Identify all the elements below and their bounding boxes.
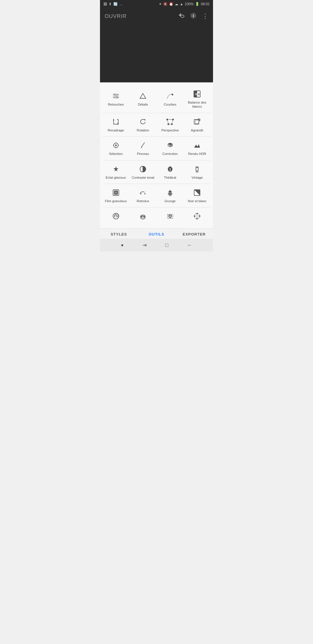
eclat-glamour-icon [112,164,120,174]
tool-face[interactable] [130,207,157,227]
pinceau-icon [139,141,147,150]
tools-row-6 [100,207,213,228]
more-options-icon[interactable]: ⋮ [202,12,208,20]
svg-point-78 [194,216,195,217]
top-bar-actions: i ⋮ [178,12,208,21]
undo-icon[interactable] [178,12,185,21]
tool-correction[interactable]: Correction [156,137,184,160]
svg-point-50 [144,193,145,194]
status-bar: 🖼 ⬆ 🔄 … ✦ 🔇 ⏰ ☁ ▲ 100% 🔋 08:02 [100,0,213,8]
agrandir-icon [193,117,201,126]
tool-dots-circle[interactable] [184,207,211,227]
tool-contraste-tonal[interactable]: Contraste tonal [130,160,157,184]
time: 08:02 [201,2,210,6]
tool-details[interactable]: Détails [130,85,157,113]
battery-icon: 🔋 [195,2,199,6]
more-icon: … [119,2,123,6]
tools-panel: Retouches Détails Courbes [100,82,213,228]
bottom-nav: STYLES OUTILS EXPORTER [100,228,213,239]
svg-point-75 [196,215,198,217]
svg-rect-20 [195,120,199,124]
bluetooth-icon: ✦ [159,2,162,6]
film-granuleux-label: Film granuleux [105,199,127,203]
info-icon[interactable]: i [190,12,197,21]
svg-line-28 [142,142,145,146]
alarm-icon: ⏰ [169,2,173,6]
noir-blanc-label: Noir et blanc [188,199,207,203]
svg-point-79 [199,216,200,217]
tool-theatrical[interactable]: Théâtral [156,160,184,184]
svg-point-73 [171,216,171,216]
svg-marker-9 [140,93,146,98]
top-bar: OUVRIR i ⋮ [100,8,213,24]
contraste-tonal-icon [139,164,147,174]
android-home-nav[interactable]: □ [165,242,168,248]
courbes-icon [166,91,174,101]
face-icon [139,211,147,221]
tool-rotation[interactable]: Rotation [130,113,157,136]
tool-pinceau[interactable]: Pinceau [130,137,157,160]
retouches-label: Retouches [108,102,124,106]
retouches-icon [112,91,120,101]
svg-text:B: B [198,93,200,96]
tool-balance-blancs[interactable]: W B Balance des blancs [184,85,211,113]
svg-text:W: W [195,93,198,96]
tool-palette[interactable] [102,207,130,227]
tools-row-3: Sélection Pinceau Correction [100,137,213,160]
recadrage-label: Recadrage [108,128,124,132]
vintage-icon [193,164,201,174]
tool-recadrage[interactable]: Recadrage [102,113,130,136]
android-recent-nav[interactable]: ⇥ [142,242,147,248]
noir-blanc-icon [193,188,201,197]
recadrage-icon [112,117,120,126]
android-dot-nav[interactable]: ● [121,243,124,248]
svg-point-47 [116,193,116,194]
correction-label: Correction [162,152,178,156]
svg-point-49 [140,193,141,194]
nav-styles[interactable]: STYLES [100,232,138,236]
tool-face-frame[interactable] [156,207,184,227]
nav-exporter[interactable]: EXPORTER [175,232,213,236]
nav-outils[interactable]: OUTILS [138,232,175,236]
svg-point-16 [172,119,174,120]
details-icon [139,91,147,101]
tool-grunge[interactable]: Grunge [156,184,184,207]
tool-courbes[interactable]: Courbes [156,85,184,113]
grunge-label: Grunge [165,199,176,203]
eclat-glamour-label: Éclat glamour [106,176,126,180]
perspective-label: Perspective [161,128,179,132]
svg-point-66 [117,215,119,217]
wb-icon: W B [193,89,201,99]
retrolux-label: Retrolux [137,199,149,203]
film-granuleux-icon [112,188,120,197]
tool-retrolux[interactable]: Retrolux [130,184,157,207]
tool-perspective[interactable]: Perspective [156,113,184,136]
vintage-label: Vintage [192,176,203,180]
tool-vintage[interactable]: Vintage [184,160,211,184]
app-title[interactable]: OUVRIR [105,13,127,19]
svg-point-23 [115,145,117,146]
svg-point-42 [117,191,117,192]
contraste-tonal-label: Contraste tonal [132,176,154,180]
android-back-nav[interactable]: ← [187,242,192,248]
tool-rendu-hdr[interactable]: Rendu HDR [184,137,211,160]
svg-rect-34 [196,167,198,171]
tool-retouches[interactable]: Retouches [102,85,130,113]
tool-eclat-glamour[interactable]: Éclat glamour [102,160,130,184]
sync-icon: 🔄 [113,2,118,6]
rotation-icon [139,117,147,126]
tool-noir-blanc[interactable]: Noir et blanc [184,184,211,207]
tool-agrandir[interactable]: Agrandir [184,113,211,136]
svg-point-18 [171,124,172,125]
tool-film-granuleux[interactable]: Film granuleux [102,184,130,207]
theatrical-icon [166,164,174,174]
theatrical-label: Théâtral [164,176,176,180]
retrolux-icon [139,188,147,197]
tool-selection[interactable]: Sélection [102,137,130,160]
balance-blancs-label: Balance des blancs [185,100,210,109]
svg-point-69 [144,217,145,218]
svg-point-77 [197,218,198,219]
pinceau-label: Pinceau [137,152,149,156]
svg-point-17 [168,124,169,125]
svg-point-33 [170,168,170,169]
